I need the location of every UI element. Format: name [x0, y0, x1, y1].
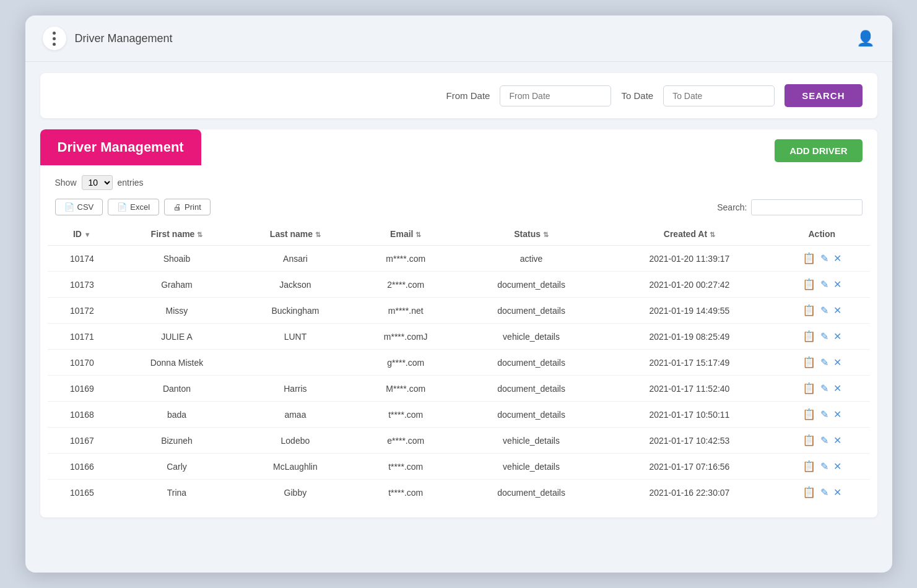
search-label: Search: [717, 202, 747, 212]
cell-status: vehicle_details [458, 454, 604, 480]
cell-id: 10166 [48, 454, 117, 480]
lastname-sort-icon: ⇅ [315, 231, 321, 238]
cell-status: document_details [458, 272, 604, 298]
search-button[interactable]: SEARCH [784, 84, 862, 107]
cell-firstname: JULIE A [116, 324, 237, 350]
col-created-at[interactable]: Created At ⇅ [605, 223, 774, 246]
view-icon[interactable]: 📋‍ [802, 434, 815, 447]
cell-id: 10165 [48, 480, 117, 506]
cell-action: 📋‍ ✎ ✕ [774, 324, 869, 350]
cell-action: 📋‍ ✎ ✕ [774, 246, 869, 272]
edit-icon[interactable]: ✎ [820, 409, 828, 420]
add-driver-button[interactable]: ADD DRIVER [775, 139, 862, 162]
cell-email: m****.net [354, 298, 458, 324]
edit-icon[interactable]: ✎ [820, 383, 828, 394]
view-icon[interactable]: 📋‍ [802, 382, 815, 395]
delete-icon[interactable]: ✕ [833, 253, 841, 264]
edit-icon[interactable]: ✎ [820, 253, 828, 264]
delete-icon[interactable]: ✕ [833, 279, 841, 290]
cell-lastname: McLaughlin [237, 454, 354, 480]
delete-icon[interactable]: ✕ [833, 357, 841, 368]
cell-email: m****.comJ [354, 324, 458, 350]
cell-id: 10170 [48, 350, 117, 376]
cell-status: document_details [458, 350, 604, 376]
cell-email: e****.com [354, 428, 458, 454]
cell-created-at: 2021-01-16 22:30:07 [605, 480, 774, 506]
cell-status: document_details [458, 376, 604, 402]
col-email[interactable]: Email ⇅ [354, 223, 458, 246]
table-header-row: Show 10 25 50 entries [40, 165, 877, 195]
from-date-label: From Date [446, 90, 490, 101]
col-id[interactable]: ID ▼ [48, 223, 117, 246]
cell-id: 10169 [48, 376, 117, 402]
cell-action: 📋‍ ✎ ✕ [774, 428, 869, 454]
delete-icon[interactable]: ✕ [833, 435, 841, 446]
cell-firstname: Carly [116, 454, 237, 480]
cell-firstname: Shoaib [116, 246, 237, 272]
cell-lastname: LUNT [237, 324, 354, 350]
cell-created-at: 2021-01-20 11:39:17 [605, 246, 774, 272]
edit-icon[interactable]: ✎ [820, 486, 828, 498]
csv-button[interactable]: 📄 CSV [55, 199, 103, 215]
cell-lastname: Gibby [237, 480, 354, 506]
edit-icon[interactable]: ✎ [820, 279, 828, 290]
delete-icon[interactable]: ✕ [833, 383, 841, 394]
cell-action: 📋‍ ✎ ✕ [774, 454, 869, 480]
view-icon[interactable]: 📋‍ [802, 252, 815, 265]
table-search-input[interactable] [751, 199, 863, 215]
edit-icon[interactable]: ✎ [820, 357, 828, 368]
export-buttons: 📄 CSV 📄 Excel 🖨 Print [55, 199, 211, 215]
delete-icon[interactable]: ✕ [833, 305, 841, 316]
cell-lastname [237, 350, 354, 376]
col-lastname[interactable]: Last name ⇅ [237, 223, 354, 246]
cell-firstname: Missy [116, 298, 237, 324]
search-input-wrap: Search: [717, 199, 862, 215]
delete-icon[interactable]: ✕ [833, 460, 841, 472]
col-firstname[interactable]: First name ⇅ [116, 223, 237, 246]
view-icon[interactable]: 📋‍ [802, 408, 815, 421]
created-sort-icon: ⇅ [710, 231, 715, 238]
print-button[interactable]: 🖨 Print [164, 199, 211, 215]
to-date-input[interactable] [663, 85, 775, 106]
delete-icon[interactable]: ✕ [833, 409, 841, 420]
table-row: 10169 Danton Harris M****.com document_d… [48, 376, 870, 402]
excel-button[interactable]: 📄 Excel [108, 199, 159, 215]
id-sort-icon: ▼ [84, 231, 91, 238]
view-icon[interactable]: 📋‍ [802, 278, 815, 291]
to-date-label: To Date [621, 90, 653, 101]
show-entries: Show 10 25 50 entries [55, 175, 144, 190]
cell-status: vehicle_details [458, 428, 604, 454]
main-content: Driver Management ADD DRIVER Show 10 25 … [40, 129, 877, 517]
user-icon[interactable]: 👤 [856, 30, 875, 47]
entries-select[interactable]: 10 25 50 [82, 175, 113, 190]
header-left: Driver Management [43, 27, 173, 50]
view-icon[interactable]: 📋‍ [802, 356, 815, 369]
email-sort-icon: ⇅ [415, 231, 421, 238]
edit-icon[interactable]: ✎ [820, 460, 828, 472]
edit-icon[interactable]: ✎ [820, 435, 828, 446]
edit-icon[interactable]: ✎ [820, 331, 828, 342]
delete-icon[interactable]: ✕ [833, 486, 841, 498]
col-action: Action [774, 223, 869, 246]
view-icon[interactable]: 📋‍ [802, 330, 815, 343]
cell-firstname: Danton [116, 376, 237, 402]
cell-id: 10174 [48, 246, 117, 272]
edit-icon[interactable]: ✎ [820, 305, 828, 316]
menu-button[interactable] [43, 27, 66, 50]
entries-label: entries [118, 178, 144, 188]
cell-action: 📋‍ ✎ ✕ [774, 402, 869, 428]
cell-status: document_details [458, 402, 604, 428]
view-icon[interactable]: 📋‍ [802, 486, 815, 499]
cell-action: 📋‍ ✎ ✕ [774, 480, 869, 506]
cell-created-at: 2021-01-17 10:50:11 [605, 402, 774, 428]
from-date-input[interactable] [500, 85, 611, 106]
table-row: 10172 Missy Buckingham m****.net documen… [48, 298, 870, 324]
col-status[interactable]: Status ⇅ [458, 223, 604, 246]
table-row: 10168 bada amaa t****.com document_detai… [48, 402, 870, 428]
view-icon[interactable]: 📋‍ [802, 460, 815, 473]
view-icon[interactable]: 📋‍ [802, 304, 815, 317]
delete-icon[interactable]: ✕ [833, 331, 841, 342]
header: Driver Management 👤 [25, 15, 892, 62]
cell-email: t****.com [354, 402, 458, 428]
table-row: 10166 Carly McLaughlin t****.com vehicle… [48, 454, 870, 480]
